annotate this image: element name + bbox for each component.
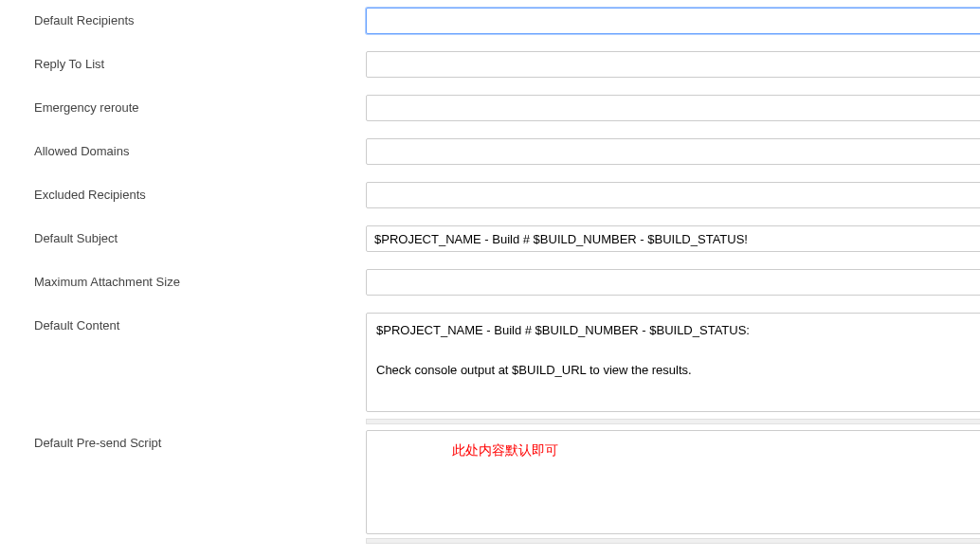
field-default-subject xyxy=(366,225,980,252)
row-default-recipients: Default Recipients xyxy=(34,8,980,34)
resize-handle-presend-script[interactable] xyxy=(366,538,980,544)
field-default-presend-script: 此处内容默认即可 xyxy=(366,430,980,544)
field-default-recipients xyxy=(366,8,980,34)
row-reply-to-list: Reply To List xyxy=(34,51,980,78)
label-reply-to-list: Reply To List xyxy=(34,51,366,71)
label-default-presend-script: Default Pre-send Script xyxy=(34,430,366,450)
field-excluded-recipients xyxy=(366,182,980,208)
input-max-attachment-size[interactable] xyxy=(366,269,980,296)
field-max-attachment-size xyxy=(366,269,980,296)
input-default-recipients[interactable] xyxy=(366,8,980,34)
textarea-default-presend-script[interactable]: 此处内容默认即可 xyxy=(366,430,980,534)
textarea-default-content[interactable] xyxy=(366,313,980,412)
label-emergency-reroute: Emergency reroute xyxy=(34,95,366,115)
label-default-recipients: Default Recipients xyxy=(34,8,366,27)
field-default-content xyxy=(366,313,980,424)
annotation-default-hint: 此处内容默认即可 xyxy=(452,442,558,459)
field-emergency-reroute xyxy=(366,95,980,121)
row-allowed-domains: Allowed Domains xyxy=(34,138,980,165)
input-excluded-recipients[interactable] xyxy=(366,182,980,208)
input-default-subject[interactable] xyxy=(366,225,980,252)
email-config-form: Default Recipients Reply To List Emergen… xyxy=(0,0,980,544)
row-default-presend-script: Default Pre-send Script 此处内容默认即可 xyxy=(34,430,980,544)
label-excluded-recipients: Excluded Recipients xyxy=(34,182,366,202)
input-allowed-domains[interactable] xyxy=(366,138,980,165)
row-default-subject: Default Subject xyxy=(34,225,980,252)
resize-handle-default-content[interactable] xyxy=(366,419,980,424)
label-default-content: Default Content xyxy=(34,313,366,332)
input-reply-to-list[interactable] xyxy=(366,51,980,78)
label-max-attachment-size: Maximum Attachment Size xyxy=(34,269,366,289)
row-max-attachment-size: Maximum Attachment Size xyxy=(34,269,980,296)
field-reply-to-list xyxy=(366,51,980,78)
label-default-subject: Default Subject xyxy=(34,225,366,245)
row-default-content: Default Content xyxy=(34,313,980,424)
row-emergency-reroute: Emergency reroute xyxy=(34,95,980,121)
field-allowed-domains xyxy=(366,138,980,165)
row-excluded-recipients: Excluded Recipients xyxy=(34,182,980,208)
label-allowed-domains: Allowed Domains xyxy=(34,138,366,158)
input-emergency-reroute[interactable] xyxy=(366,95,980,121)
